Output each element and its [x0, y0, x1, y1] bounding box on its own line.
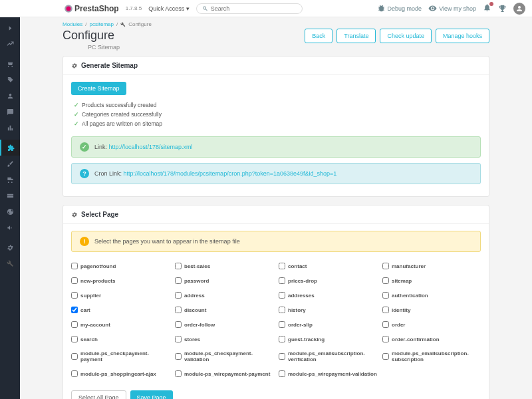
- page-item[interactable]: module-ps_emailsubscription-verification: [279, 348, 377, 365]
- create-sitemap-button[interactable]: Create Sitemap: [71, 82, 126, 95]
- sidebar-marketing[interactable]: [0, 219, 20, 235]
- page-label: guest-tracking: [288, 336, 325, 342]
- page-checkbox[interactable]: [71, 307, 78, 313]
- page-label: stores: [184, 336, 200, 342]
- page-item[interactable]: my-account: [71, 319, 170, 331]
- crumb-module[interactable]: pcsitemap: [89, 21, 113, 27]
- page-item[interactable]: supplier: [71, 289, 170, 301]
- page-item[interactable]: module-ps_wirepayment-payment: [175, 368, 273, 380]
- page-checkbox[interactable]: [175, 370, 182, 377]
- sidebar-support[interactable]: [0, 104, 20, 120]
- page-item[interactable]: stores: [175, 333, 273, 345]
- sidebar-stats[interactable]: [0, 120, 20, 136]
- page-checkbox[interactable]: [382, 277, 389, 284]
- avatar[interactable]: [513, 3, 525, 15]
- page-checkbox[interactable]: [279, 292, 285, 299]
- gear-icon: [7, 244, 14, 251]
- crumb-modules[interactable]: Modules: [63, 21, 82, 27]
- page-item[interactable]: order-confirmation: [382, 333, 481, 345]
- page-item[interactable]: contact: [279, 260, 377, 272]
- page-checkbox[interactable]: [279, 370, 285, 377]
- sidebar-shipping[interactable]: [0, 172, 20, 188]
- page-checkbox[interactable]: [382, 336, 389, 342]
- page-checkbox[interactable]: [175, 307, 182, 313]
- page-checkbox[interactable]: [382, 321, 389, 328]
- search-field[interactable]: [196, 3, 303, 14]
- page-checkbox[interactable]: [279, 263, 285, 269]
- save-page-button[interactable]: Save Page: [130, 390, 173, 399]
- page-item[interactable]: identity: [382, 304, 481, 316]
- page-checkbox[interactable]: [175, 336, 182, 342]
- page-checkbox[interactable]: [175, 353, 182, 360]
- page-item[interactable]: module-ps_checkpayment-validation: [175, 348, 273, 365]
- view-shop-link[interactable]: View my shop: [428, 4, 476, 13]
- page-checkbox[interactable]: [382, 263, 389, 269]
- translate-button[interactable]: Translate: [336, 29, 376, 43]
- page-item[interactable]: new-products: [71, 275, 170, 287]
- page-item[interactable]: search: [71, 333, 170, 345]
- page-checkbox[interactable]: [71, 336, 78, 342]
- sidebar-settings[interactable]: [0, 239, 20, 255]
- sidebar-design[interactable]: [0, 156, 20, 172]
- page-checkbox[interactable]: [279, 321, 285, 328]
- sidebar-catalog[interactable]: [0, 72, 20, 88]
- page-checkbox[interactable]: [71, 292, 78, 299]
- page-item[interactable]: pagenotfound: [71, 260, 170, 272]
- page-checkbox[interactable]: [71, 353, 78, 360]
- back-button[interactable]: Back: [305, 29, 332, 43]
- page-checkbox[interactable]: [382, 307, 389, 313]
- sidebar-intl[interactable]: [0, 203, 20, 219]
- page-item[interactable]: module-ps_checkpayment-payment: [71, 348, 170, 365]
- page-item[interactable]: discount: [175, 304, 273, 316]
- page-checkbox[interactable]: [279, 307, 285, 313]
- page-item[interactable]: order: [382, 319, 481, 331]
- page-item[interactable]: module-ps_wirepayment-validation: [279, 368, 377, 380]
- sidebar-modules[interactable]: [0, 140, 20, 156]
- page-checkbox[interactable]: [175, 263, 182, 269]
- sidebar-orders[interactable]: [0, 56, 20, 72]
- page-item[interactable]: history: [279, 304, 377, 316]
- page-checkbox[interactable]: [71, 321, 78, 328]
- page-checkbox[interactable]: [175, 321, 182, 328]
- check-update-button[interactable]: Check update: [380, 29, 432, 43]
- page-item[interactable]: address: [175, 289, 273, 301]
- sidebar-payment[interactable]: [0, 188, 20, 203]
- page-item[interactable]: authentication: [382, 289, 481, 301]
- sidebar-advanced[interactable]: [0, 255, 20, 271]
- page-item[interactable]: password: [175, 275, 273, 287]
- page-item[interactable]: guest-tracking: [279, 333, 377, 345]
- select-all-button[interactable]: Select All Page: [71, 390, 126, 399]
- manage-hooks-button[interactable]: Manage hooks: [436, 29, 489, 43]
- page-item[interactable]: manufacturer: [382, 260, 481, 272]
- page-item[interactable]: order-follow: [175, 319, 273, 331]
- page-checkbox[interactable]: [71, 370, 78, 377]
- page-label: cart: [80, 307, 90, 313]
- page-checkbox[interactable]: [279, 336, 285, 342]
- page-item[interactable]: addresses: [279, 289, 377, 301]
- notifications-button[interactable]: [483, 3, 491, 13]
- page-item[interactable]: order-slip: [279, 319, 377, 331]
- page-checkbox[interactable]: [382, 353, 389, 360]
- search-input[interactable]: [211, 5, 297, 12]
- debug-mode-link[interactable]: Debug mode: [377, 4, 422, 13]
- sidebar-dashboard[interactable]: [0, 36, 20, 52]
- page-checkbox[interactable]: [71, 263, 78, 269]
- page-checkbox[interactable]: [279, 353, 285, 360]
- page-checkbox[interactable]: [175, 292, 182, 299]
- cron-link[interactable]: http://localhost/178/modules/pcsitemap/c…: [124, 170, 337, 177]
- page-item[interactable]: module-ps_shoppingcart-ajax: [71, 368, 170, 380]
- trophy-icon[interactable]: [498, 4, 507, 13]
- page-item[interactable]: sitemap: [382, 275, 481, 287]
- page-item[interactable]: prices-drop: [279, 275, 377, 287]
- sidebar-toggle[interactable]: [0, 20, 20, 36]
- page-checkbox[interactable]: [279, 277, 285, 284]
- page-item[interactable]: cart: [71, 304, 170, 316]
- page-item[interactable]: module-ps_emailsubscription-subscription: [382, 348, 481, 365]
- sidebar-customers[interactable]: [0, 88, 20, 104]
- sitemap-link[interactable]: http://localhost/178/sitemap.xml: [109, 144, 193, 150]
- page-item[interactable]: best-sales: [175, 260, 273, 272]
- page-checkbox[interactable]: [71, 277, 78, 284]
- quick-access-menu[interactable]: Quick Access ▾: [148, 5, 190, 12]
- page-checkbox[interactable]: [175, 277, 182, 284]
- page-checkbox[interactable]: [382, 292, 389, 299]
